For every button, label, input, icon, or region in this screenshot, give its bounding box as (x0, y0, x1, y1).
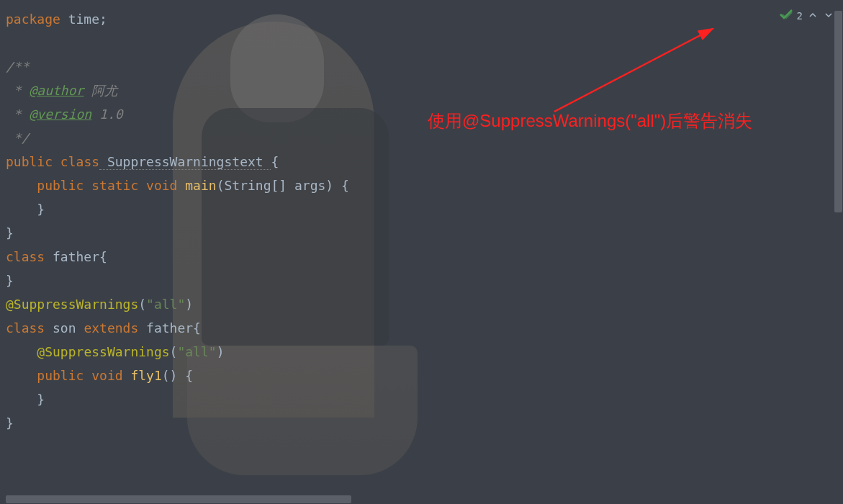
code-line-16[interactable]: public void fly1() { (6, 364, 843, 387)
check-icon[interactable] (780, 9, 793, 22)
code-line-11[interactable]: class father{ (6, 245, 843, 269)
code-line-14[interactable]: class son extends father{ (6, 316, 843, 340)
code-line-13[interactable]: @SuppressWarnings("all") (6, 292, 843, 316)
code-line-9[interactable]: } (6, 197, 843, 221)
code-line-4[interactable]: * @author 阿尤 (6, 78, 843, 102)
chevron-up-icon[interactable] (807, 10, 819, 22)
code-line-15[interactable]: @SuppressWarnings("all") (6, 340, 843, 364)
code-line-10[interactable]: } (6, 221, 843, 245)
chevron-down-icon[interactable] (823, 10, 834, 22)
horizontal-scrollbar[interactable] (0, 495, 843, 504)
inspection-toolbar: 2 (780, 9, 834, 22)
warning-count: 2 (797, 10, 803, 22)
vertical-scrollbar[interactable] (834, 0, 843, 504)
code-line-17[interactable]: } (6, 387, 843, 411)
code-line-12[interactable]: } (6, 269, 843, 292)
code-line-2[interactable] (6, 31, 843, 55)
horizontal-scrollbar-thumb[interactable] (6, 495, 351, 503)
code-line-18[interactable]: } (6, 411, 843, 435)
code-line-8[interactable]: public static void main(String[] args) { (6, 174, 843, 197)
annotation-label: 使用@SuppressWarnings("all")后警告消失 (428, 109, 752, 132)
vertical-scrollbar-thumb[interactable] (834, 11, 842, 212)
code-editor[interactable]: package time; /** * @author 阿尤 * @versio… (0, 0, 843, 504)
code-line-1[interactable]: package time; (6, 7, 843, 31)
code-line-7[interactable]: public class SuppressWarningstext { (6, 150, 843, 174)
code-line-3[interactable]: /** (6, 55, 843, 78)
